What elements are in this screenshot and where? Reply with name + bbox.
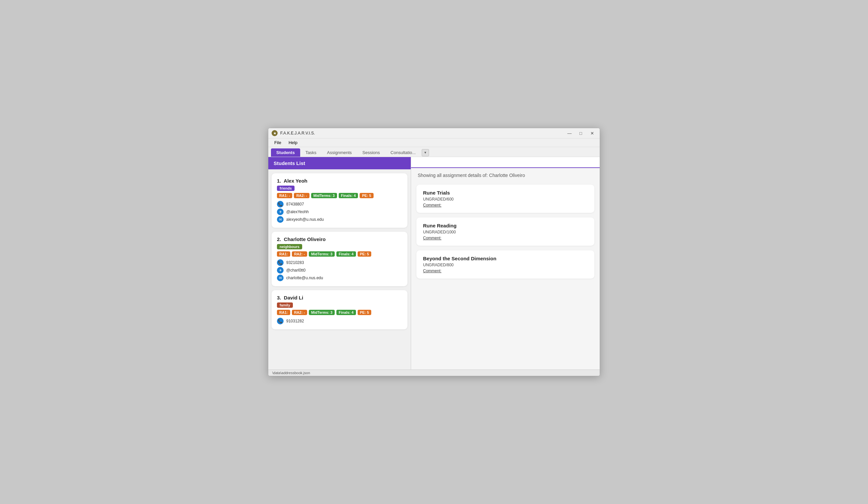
app-icon: ★ (272, 130, 278, 136)
phone-icon: 📞 (277, 259, 283, 266)
tab-tasks[interactable]: Tasks (300, 148, 322, 157)
menu-help[interactable]: Help (285, 139, 301, 146)
close-button[interactable]: ✕ (588, 130, 596, 136)
score-badge: PE: 5 (360, 193, 374, 198)
assignment-card: Rune Trials UNGRADED/600 Comment: (416, 185, 595, 213)
tabs-bar: Students Tasks Assignments Sessions Cons… (268, 147, 600, 157)
score-badge: RA1: (277, 310, 290, 315)
assignment-info: Showing all assignment details of: Charl… (411, 168, 600, 181)
right-panel: Showing all assignment details of: Charl… (411, 157, 600, 370)
menu-bar: File Help (268, 138, 600, 147)
status-text: \data\addressbook.json (272, 371, 310, 375)
student-name: 3. David Li (277, 295, 402, 300)
student-tag: friends (277, 186, 294, 191)
score-badge: Finals: 4 (339, 193, 358, 198)
score-badge: RA2: - (294, 193, 309, 198)
contact-email: ✉ alexyeoh@u.nus.edu (277, 216, 402, 223)
student-card[interactable]: 3. David Li family RA1: RA2: - MidTerms:… (272, 290, 407, 329)
contact-telegram: ✈ @charl0tt0 (277, 267, 402, 274)
assignment-score: UNGRADED/600 (423, 197, 588, 202)
menu-file[interactable]: File (271, 139, 285, 146)
left-panel: Students List 1. Alex Yeoh friends RA1: … (268, 157, 411, 370)
assignment-title: Rune Reading (423, 223, 588, 228)
score-badge: RA2: - (292, 310, 307, 315)
app-title: F.A.K.E.J.A.R.V.I.S. (280, 131, 565, 135)
assignment-title: Rune Trials (423, 190, 588, 196)
app-window: ★ F.A.K.E.J.A.R.V.I.S. — □ ✕ File Help S… (268, 128, 600, 376)
score-badge: PE: 5 (358, 251, 372, 257)
score-badge: MidTerms: 3 (309, 251, 335, 257)
contact-phone: 📞 87438807 (277, 201, 402, 207)
students-scroll: 1. Alex Yeoh friends RA1: - RA2: - MidTe… (268, 169, 411, 370)
maximize-button[interactable]: □ (577, 130, 585, 136)
assignment-comment: Comment: (423, 269, 588, 273)
score-badge: MidTerms: 3 (309, 310, 335, 315)
contact-phone: 📞 91031282 (277, 318, 402, 325)
contact-email: ✉ charlotte@u.nus.edu (277, 275, 402, 281)
assignment-card: Rune Reading UNGRADED/1000 Comment: (416, 217, 595, 246)
student-scores: RA1: RA2: - MidTerms: 3 Finals: 4 PE: 5 (277, 251, 402, 257)
assignment-comment: Comment: (423, 236, 588, 240)
tab-students[interactable]: Students (271, 148, 300, 157)
assignments-scroll: Rune Trials UNGRADED/600 Comment: Rune R… (411, 181, 600, 370)
score-badge: MidTerms: 3 (311, 193, 337, 198)
contact-phone: 📞 93210283 (277, 259, 402, 266)
student-card[interactable]: 2. Charlotte Oliveiro neighbours RA1: RA… (272, 232, 407, 286)
search-bar (411, 157, 600, 168)
assignment-comment: Comment: (423, 203, 588, 207)
score-badge: Finals: 4 (337, 251, 356, 257)
score-badge: RA1: - (277, 193, 292, 198)
student-scores: RA1: RA2: - MidTerms: 3 Finals: 4 PE: 5 (277, 310, 402, 315)
window-controls: — □ ✕ (565, 130, 596, 136)
assignment-title: Beyond the Second Dimension (423, 256, 588, 261)
contact-telegram: ✈ @alexYeohh (277, 208, 402, 215)
student-name: 1. Alex Yeoh (277, 178, 402, 184)
student-tag: family (277, 302, 293, 308)
phone-icon: 📞 (277, 201, 283, 207)
tab-consultations[interactable]: Consultatio... (385, 148, 421, 157)
score-badge: RA2: - (292, 251, 307, 257)
search-input[interactable] (416, 160, 595, 165)
telegram-icon: ✈ (277, 208, 283, 215)
students-list-header: Students List (268, 157, 411, 169)
email-icon: ✉ (277, 216, 283, 223)
score-badge: PE: 5 (358, 310, 372, 315)
score-badge: Finals: 4 (337, 310, 356, 315)
tab-assignments[interactable]: Assignments (322, 148, 357, 157)
email-icon: ✉ (277, 275, 283, 281)
tab-overflow-button[interactable]: ▾ (422, 149, 429, 156)
status-bar: \data\addressbook.json (268, 370, 600, 376)
tab-sessions[interactable]: Sessions (357, 148, 385, 157)
phone-icon: 📞 (277, 318, 283, 325)
minimize-button[interactable]: — (565, 130, 574, 136)
assignment-score: UNGRADED/1000 (423, 230, 588, 234)
student-tag: neighbours (277, 244, 302, 249)
title-bar: ★ F.A.K.E.J.A.R.V.I.S. — □ ✕ (268, 128, 600, 138)
telegram-icon: ✈ (277, 267, 283, 274)
score-badge: RA1: (277, 251, 290, 257)
assignment-card: Beyond the Second Dimension UNGRADED/800… (416, 250, 595, 279)
student-name: 2. Charlotte Oliveiro (277, 236, 402, 242)
student-scores: RA1: - RA2: - MidTerms: 3 Finals: 4 PE: … (277, 193, 402, 198)
main-content: Students List 1. Alex Yeoh friends RA1: … (268, 157, 600, 370)
student-card[interactable]: 1. Alex Yeoh friends RA1: - RA2: - MidTe… (272, 173, 407, 228)
assignment-score: UNGRADED/800 (423, 263, 588, 267)
